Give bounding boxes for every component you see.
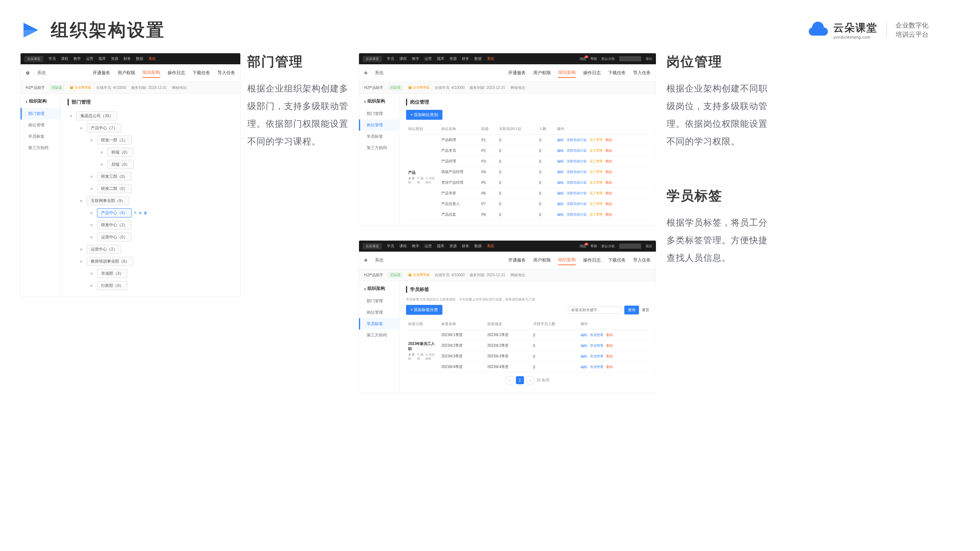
tree-node[interactable]: 运营中心（0） [88,231,234,243]
nav-resource[interactable]: 资源 [111,56,118,61]
op-edit[interactable]: 编辑 [581,333,587,337]
op-mgr[interactable]: 员工管理 [589,202,603,206]
op-del[interactable]: 删除 [606,213,612,216]
user-avatar[interactable] [619,56,641,61]
nav-teach[interactable]: 教学 [73,56,81,61]
op-del[interactable]: 删除 [606,202,612,206]
page-prev[interactable]: ‹ [506,376,514,384]
op-del[interactable]: 删除 [606,344,613,348]
reset-button[interactable]: 重置 [642,308,649,313]
tree-node[interactable]: 互联网事业部（9） [78,195,234,207]
op-mgr[interactable]: 员工管理 [589,138,603,142]
op-edit[interactable]: 编辑 [557,213,564,216]
op-mgr[interactable]: 员工管理 [589,213,603,216]
op-plan[interactable]: 关联培训计划 [566,213,587,216]
nav-students[interactable]: 学员 [48,56,56,61]
op-mgr[interactable]: 学员管理 [590,365,603,369]
tree-node[interactable]: 教师培训事业部（6） [78,255,234,267]
msg-link[interactable]: 消息8 [579,57,586,61]
page-next[interactable]: › [526,376,534,384]
nav-finance[interactable]: 财务 [124,56,131,61]
op-edit[interactable]: 编辑 [557,170,564,174]
nav-question[interactable]: 题库 [99,56,106,61]
sidebar-item-dept[interactable]: 部门管理 [21,108,60,119]
op-edit[interactable]: 编辑 [557,181,564,184]
op-plan[interactable]: 关联培训计划 [566,138,587,142]
nav-data[interactable]: 数据 [136,56,143,61]
op-del[interactable]: 删除 [606,149,612,152]
tree-action-icon[interactable]: 🗑 [144,211,147,215]
nav-operate[interactable]: 运营 [86,56,93,61]
op-mgr[interactable]: 员工管理 [589,191,603,195]
op-edit[interactable]: 编辑 [581,365,587,369]
op-del[interactable]: 删除 [606,181,612,184]
cat-edit-icon[interactable]: ✎ 编辑 [417,353,424,361]
school-select[interactable]: 默认分校 [601,57,615,61]
tree-node[interactable]: 产品中心（7） [78,122,234,134]
op-edit[interactable]: 编辑 [557,149,564,152]
tree-action-icon[interactable]: ✎ [134,211,137,215]
op-plan[interactable]: 关联培训计划 [566,149,587,152]
op-plan[interactable]: 关联培训计划 [566,191,587,195]
cat-del-icon[interactable]: 🗑 删除 [408,176,415,184]
op-mgr[interactable]: 学员管理 [590,354,603,358]
op-del[interactable]: 删除 [606,138,612,142]
sidebar-item-position[interactable]: 岗位管理 [21,119,60,131]
help-link[interactable]: 帮助 [590,57,597,61]
add-position-cat-button[interactable]: + 添加岗位类别 [406,110,442,120]
op-plan[interactable]: 关联培训计划 [566,159,587,163]
cat-edit-icon[interactable]: ✎ 编辑 [417,176,424,184]
tab-download[interactable]: 下载任务 [192,68,210,78]
op-edit[interactable]: 编辑 [557,138,564,142]
op-mgr[interactable]: 员工管理 [589,170,603,174]
op-plan[interactable]: 关联培训计划 [566,170,587,174]
tree-action-icon[interactable]: ⧉ [139,211,142,215]
search-button[interactable]: 查询 [624,306,639,314]
op-mgr[interactable]: 员工管理 [589,159,603,163]
tab-service[interactable]: 开通服务 [92,68,110,78]
op-mgr[interactable]: 学员管理 [590,344,603,348]
tree-node[interactable]: 研发三部（0） [88,170,234,183]
tree-node[interactable]: 行政部（0） [88,279,234,292]
cat-add-icon[interactable]: ⊕ 添加岗位 [425,176,437,184]
op-del[interactable]: 删除 [606,365,613,369]
tree-node[interactable]: 集团总公司（33） [68,110,234,122]
tab-log[interactable]: 操作日志 [167,68,185,78]
add-tag-cat-button[interactable]: + 添加标签分类 [406,305,442,315]
sidebar-item-tag[interactable]: 学员标签 [21,131,60,142]
op-edit[interactable]: 编辑 [581,354,587,358]
op-plan[interactable]: 关联培训计划 [566,181,587,184]
page-1[interactable]: 1 [516,376,524,384]
nav-system[interactable]: 系统 [148,56,156,61]
tree-node[interactable]: 产品中心（9）✎⧉🗑 [88,207,234,219]
tree-node[interactable]: 前端（0） [99,146,234,158]
op-plan[interactable]: 关联培训计划 [566,202,587,206]
op-del[interactable]: 删除 [606,191,612,195]
tab-import[interactable]: 导入任务 [218,68,235,78]
op-del[interactable]: 删除 [606,354,613,358]
op-mgr[interactable]: 学员管理 [590,333,603,337]
op-edit[interactable]: 编辑 [557,191,564,195]
nav-course[interactable]: 课程 [61,56,68,61]
op-del[interactable]: 删除 [606,333,613,337]
tree-node[interactable]: 研发中心（2） [88,219,234,231]
op-edit[interactable]: 编辑 [557,202,564,206]
tag-search-input[interactable] [568,306,621,314]
tree-node[interactable]: 运营中心（2） [78,243,234,255]
op-mgr[interactable]: 员工管理 [589,181,603,184]
op-del[interactable]: 删除 [606,159,612,163]
op-del[interactable]: 删除 [606,170,612,174]
tab-org[interactable]: 组织架构 [143,68,160,78]
page-size[interactable]: 10 条/页 [536,378,550,383]
op-edit[interactable]: 编辑 [557,159,564,163]
sidebar-item-3rd[interactable]: 第三方协同 [21,142,60,154]
exit-link[interactable]: 退出 [646,57,652,61]
tree-node[interactable]: 研发一部（1） [88,134,234,146]
op-mgr[interactable]: 员工管理 [589,149,603,152]
cat-add-icon[interactable]: ⊕ 添加标签 [425,353,437,361]
sidebar-title[interactable]: 组织架构 [21,98,60,108]
tree-node[interactable]: 后端（0） [99,158,234,170]
tree-node[interactable]: 研发二部（0） [88,183,234,195]
cat-del-icon[interactable]: 🗑 删除 [408,353,415,361]
tab-permission[interactable]: 用户权限 [118,68,135,78]
